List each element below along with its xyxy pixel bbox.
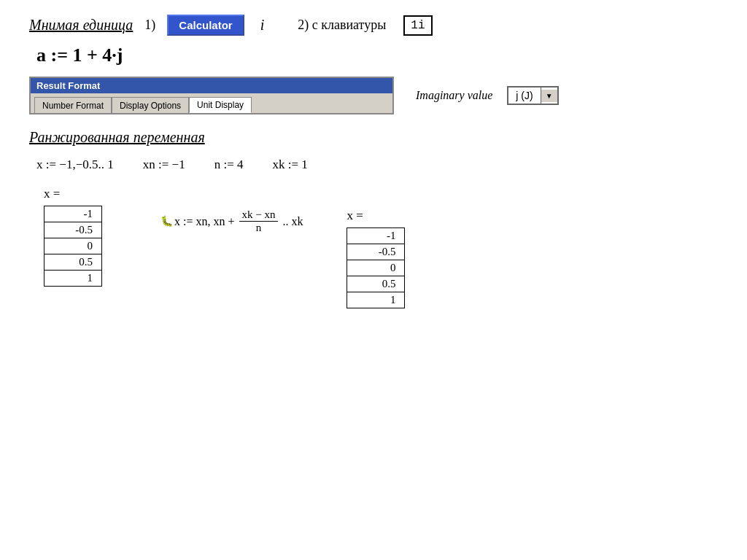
tab-number-format[interactable]: Number Format <box>34 97 112 113</box>
section2-title: Ранжированная переменная <box>29 129 718 146</box>
left-x-section: x = -1 -0.5 0 0.5 1 <box>44 187 102 287</box>
table-cell: 1 <box>44 271 102 287</box>
table-row: 0.5 <box>44 254 102 271</box>
range-definitions: x := −1,−0.5.. 1 xn := −1 n := 4 xk := 1 <box>36 158 718 172</box>
table-row: -1 <box>347 228 405 244</box>
table-row: -0.5 <box>347 244 405 260</box>
table-cell: 0 <box>44 238 102 254</box>
step2-label: 2) с клавиатуры <box>298 18 386 33</box>
step1-label: 1) <box>144 18 155 33</box>
formula-x-assign: x := xn, xn + <box>174 215 235 228</box>
fraction-denominator: n <box>253 222 265 234</box>
middle-formula-section: 🐛 x := xn, xn + xk − xn n .. xk <box>160 209 303 234</box>
imaginary-value-label: Imaginary value <box>416 89 492 102</box>
range-def-xn: xn := −1 <box>143 158 185 172</box>
imaginary-dropdown[interactable]: j (J) ▼ <box>507 86 558 105</box>
formula-fraction-line: 🐛 x := xn, xn + xk − xn n .. xk <box>160 209 303 234</box>
table-row: -1 <box>44 206 102 222</box>
table-cell: -1 <box>347 228 405 244</box>
table-row: 0 <box>347 260 405 276</box>
result-format-tabs: Number Format Display Options Unit Displ… <box>31 93 392 113</box>
table-cell: -0.5 <box>347 244 405 260</box>
table-row: 1 <box>44 271 102 287</box>
table-cell: 0.5 <box>347 276 405 292</box>
range-def-n: n := 4 <box>214 158 244 172</box>
range-def-x: x := −1,−0.5.. 1 <box>36 158 114 172</box>
table-cell: 0.5 <box>44 254 102 271</box>
imaginary-dropdown-arrow[interactable]: ▼ <box>541 90 557 102</box>
calculator-button[interactable]: Calculator <box>167 15 244 36</box>
table-cell: -0.5 <box>44 222 102 238</box>
table-row: -0.5 <box>44 222 102 238</box>
formula-fraction: xk − xn n <box>239 209 279 234</box>
keyboard-value-box: 1i <box>403 15 432 36</box>
fraction-numerator: xk − xn <box>239 209 279 222</box>
result-format-panel: Result Format Number Format Display Opti… <box>29 77 394 114</box>
table-row: 1 <box>347 292 405 308</box>
table-row: 0.5 <box>347 276 405 292</box>
imaginary-value-section: Imaginary value j (J) ▼ <box>416 77 559 114</box>
left-x-label: x = <box>44 187 60 201</box>
table-row: 0 <box>44 238 102 254</box>
section-ranged: Ранжированная переменная x := −1,−0.5.. … <box>29 129 718 308</box>
table-cell: -1 <box>44 206 102 222</box>
right-value-table: -1 -0.5 0 0.5 1 <box>347 228 405 308</box>
right-x-label: x = <box>347 209 363 223</box>
formula-suffix: .. xk <box>282 215 303 228</box>
tables-row: x = -1 -0.5 0 0.5 1 🐛 x := xn, xn + <box>44 187 718 308</box>
warning-icon: 🐛 <box>160 215 173 228</box>
range-def-xk: xk := 1 <box>272 158 307 172</box>
table-cell: 1 <box>347 292 405 308</box>
formula-main: a := 1 + 4·j <box>36 44 718 66</box>
section1-title: Мнимая единица <box>29 17 133 34</box>
imaginary-dropdown-value: j (J) <box>508 88 541 104</box>
result-format-header: Result Format <box>31 78 392 93</box>
keyboard-value-text: 1i <box>411 19 425 32</box>
left-value-table: -1 -0.5 0 0.5 1 <box>44 206 102 287</box>
result-format-container: Result Format Number Format Display Opti… <box>29 77 718 114</box>
tab-unit-display[interactable]: Unit Display <box>189 97 252 113</box>
imaginary-i-symbol: i <box>260 17 265 34</box>
right-x-section: x = -1 -0.5 0 0.5 1 <box>347 209 405 308</box>
tab-display-options[interactable]: Display Options <box>112 97 189 113</box>
table-cell: 0 <box>347 260 405 276</box>
